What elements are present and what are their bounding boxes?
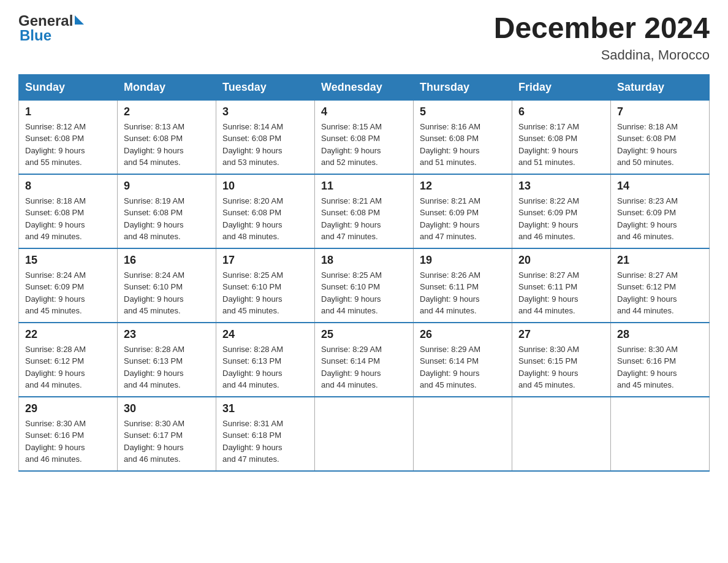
day-info: Sunrise: 8:30 AMSunset: 6:15 PMDaylight:… [518,345,579,390]
day-number: 4 [321,105,407,118]
col-saturday: Saturday [611,74,710,100]
day-info: Sunrise: 8:21 AMSunset: 6:08 PMDaylight:… [321,196,382,242]
day-info: Sunrise: 8:25 AMSunset: 6:10 PMDaylight:… [222,270,283,316]
page-subtitle: Saddina, Morocco [494,47,710,63]
day-info: Sunrise: 8:27 AMSunset: 6:11 PMDaylight:… [518,270,579,316]
calendar-header-row: Sunday Monday Tuesday Wednesday Thursday… [19,74,710,100]
calendar-week-5: 29 Sunrise: 8:30 AMSunset: 6:16 PMDaylig… [19,397,710,471]
calendar-cell [611,397,710,471]
logo-triangle-icon [75,15,84,25]
calendar-cell: 3 Sunrise: 8:14 AMSunset: 6:08 PMDayligh… [216,100,315,174]
day-info: Sunrise: 8:16 AMSunset: 6:08 PMDaylight:… [420,122,480,167]
day-number: 26 [420,328,506,341]
calendar-cell: 4 Sunrise: 8:15 AMSunset: 6:08 PMDayligh… [315,100,414,174]
col-tuesday: Tuesday [216,74,315,100]
day-number: 14 [617,180,703,193]
calendar-cell: 8 Sunrise: 8:18 AMSunset: 6:08 PMDayligh… [19,174,118,248]
calendar-cell: 5 Sunrise: 8:16 AMSunset: 6:08 PMDayligh… [414,100,512,174]
calendar-week-1: 1 Sunrise: 8:12 AMSunset: 6:08 PMDayligh… [19,100,710,174]
col-monday: Monday [118,74,216,100]
day-number: 25 [321,328,407,341]
day-info: Sunrise: 8:20 AMSunset: 6:08 PMDaylight:… [222,196,283,242]
day-info: Sunrise: 8:12 AMSunset: 6:08 PMDaylight:… [25,122,86,167]
calendar-cell: 12 Sunrise: 8:21 AMSunset: 6:09 PMDaylig… [414,174,512,248]
calendar-cell [315,397,414,471]
day-info: Sunrise: 8:17 AMSunset: 6:08 PMDaylight:… [518,122,579,167]
day-info: Sunrise: 8:28 AMSunset: 6:13 PMDaylight:… [124,345,184,390]
day-info: Sunrise: 8:25 AMSunset: 6:10 PMDaylight:… [321,270,382,316]
calendar-cell: 2 Sunrise: 8:13 AMSunset: 6:08 PMDayligh… [118,100,216,174]
col-sunday: Sunday [19,74,118,100]
day-info: Sunrise: 8:29 AMSunset: 6:14 PMDaylight:… [420,345,480,390]
logo-blue-text: Blue [20,27,51,44]
day-number: 6 [518,105,604,118]
day-number: 17 [222,254,308,267]
calendar-cell: 21 Sunrise: 8:27 AMSunset: 6:12 PMDaylig… [611,248,710,323]
day-info: Sunrise: 8:23 AMSunset: 6:09 PMDaylight:… [617,196,678,242]
day-number: 3 [222,105,308,118]
day-number: 19 [420,254,506,267]
day-number: 22 [25,328,111,341]
day-info: Sunrise: 8:26 AMSunset: 6:11 PMDaylight:… [420,270,480,316]
calendar-cell: 24 Sunrise: 8:28 AMSunset: 6:13 PMDaylig… [216,323,315,397]
page-header: General Blue December 2024 Saddina, Moro… [18,12,710,63]
title-block: December 2024 Saddina, Morocco [494,12,710,63]
day-info: Sunrise: 8:14 AMSunset: 6:08 PMDaylight:… [222,122,283,167]
calendar-cell: 31 Sunrise: 8:31 AMSunset: 6:18 PMDaylig… [216,397,315,471]
day-number: 23 [124,328,210,341]
calendar-cell: 13 Sunrise: 8:22 AMSunset: 6:09 PMDaylig… [512,174,611,248]
day-number: 20 [518,254,604,267]
day-info: Sunrise: 8:29 AMSunset: 6:14 PMDaylight:… [321,345,382,390]
calendar-cell: 14 Sunrise: 8:23 AMSunset: 6:09 PMDaylig… [611,174,710,248]
calendar-cell: 16 Sunrise: 8:24 AMSunset: 6:10 PMDaylig… [118,248,216,323]
calendar-cell: 30 Sunrise: 8:30 AMSunset: 6:17 PMDaylig… [118,397,216,471]
day-info: Sunrise: 8:27 AMSunset: 6:12 PMDaylight:… [617,270,678,316]
day-info: Sunrise: 8:28 AMSunset: 6:13 PMDaylight:… [222,345,283,390]
day-number: 11 [321,180,407,193]
day-info: Sunrise: 8:22 AMSunset: 6:09 PMDaylight:… [518,196,579,242]
day-number: 31 [222,402,308,415]
calendar-cell: 6 Sunrise: 8:17 AMSunset: 6:08 PMDayligh… [512,100,611,174]
calendar-week-4: 22 Sunrise: 8:28 AMSunset: 6:12 PMDaylig… [19,323,710,397]
day-number: 28 [617,328,703,341]
day-number: 2 [124,105,210,118]
day-info: Sunrise: 8:19 AMSunset: 6:08 PMDaylight:… [124,196,184,242]
calendar-table: Sunday Monday Tuesday Wednesday Thursday… [18,74,710,472]
day-info: Sunrise: 8:21 AMSunset: 6:09 PMDaylight:… [420,196,480,242]
day-info: Sunrise: 8:30 AMSunset: 6:16 PMDaylight:… [25,419,86,464]
day-number: 10 [222,180,308,193]
col-friday: Friday [512,74,611,100]
day-info: Sunrise: 8:18 AMSunset: 6:08 PMDaylight:… [25,196,86,242]
day-info: Sunrise: 8:28 AMSunset: 6:12 PMDaylight:… [25,345,86,390]
day-info: Sunrise: 8:31 AMSunset: 6:18 PMDaylight:… [222,419,283,464]
calendar-cell: 27 Sunrise: 8:30 AMSunset: 6:15 PMDaylig… [512,323,611,397]
day-info: Sunrise: 8:24 AMSunset: 6:09 PMDaylight:… [25,270,86,316]
calendar-cell: 29 Sunrise: 8:30 AMSunset: 6:16 PMDaylig… [19,397,118,471]
calendar-cell [414,397,512,471]
day-number: 12 [420,180,506,193]
day-number: 1 [25,105,111,118]
calendar-cell: 19 Sunrise: 8:26 AMSunset: 6:11 PMDaylig… [414,248,512,323]
day-info: Sunrise: 8:30 AMSunset: 6:17 PMDaylight:… [124,419,184,464]
day-number: 18 [321,254,407,267]
calendar-cell: 7 Sunrise: 8:18 AMSunset: 6:08 PMDayligh… [611,100,710,174]
day-number: 8 [25,180,111,193]
day-number: 29 [25,402,111,415]
day-number: 21 [617,254,703,267]
day-info: Sunrise: 8:30 AMSunset: 6:16 PMDaylight:… [617,345,678,390]
day-number: 9 [124,180,210,193]
day-number: 16 [124,254,210,267]
calendar-cell: 1 Sunrise: 8:12 AMSunset: 6:08 PMDayligh… [19,100,118,174]
day-info: Sunrise: 8:15 AMSunset: 6:08 PMDaylight:… [321,122,382,167]
calendar-cell: 18 Sunrise: 8:25 AMSunset: 6:10 PMDaylig… [315,248,414,323]
calendar-cell: 25 Sunrise: 8:29 AMSunset: 6:14 PMDaylig… [315,323,414,397]
page-title: December 2024 [494,12,710,45]
day-info: Sunrise: 8:13 AMSunset: 6:08 PMDaylight:… [124,122,184,167]
day-number: 13 [518,180,604,193]
calendar-cell: 23 Sunrise: 8:28 AMSunset: 6:13 PMDaylig… [118,323,216,397]
day-number: 15 [25,254,111,267]
calendar-cell: 28 Sunrise: 8:30 AMSunset: 6:16 PMDaylig… [611,323,710,397]
calendar-week-3: 15 Sunrise: 8:24 AMSunset: 6:09 PMDaylig… [19,248,710,323]
calendar-cell: 26 Sunrise: 8:29 AMSunset: 6:14 PMDaylig… [414,323,512,397]
day-number: 7 [617,105,703,118]
